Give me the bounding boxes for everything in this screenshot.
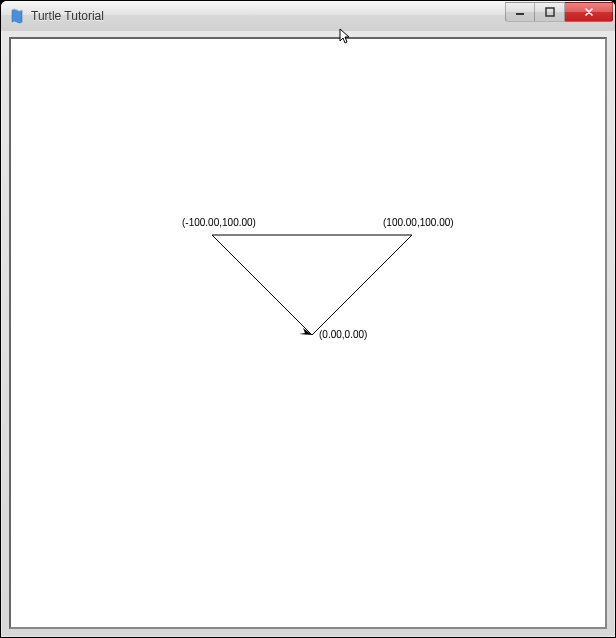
- close-button[interactable]: [565, 2, 613, 22]
- app-icon: [9, 8, 25, 24]
- application-window: Turtle Tutorial (-100.00,100.00) (100.00…: [1, 1, 615, 637]
- minimize-button[interactable]: [505, 2, 535, 22]
- svg-line-4: [212, 235, 312, 335]
- titlebar[interactable]: Turtle Tutorial: [1, 1, 615, 31]
- svg-rect-0: [516, 13, 524, 15]
- coord-label-top-right: (100.00,100.00): [383, 217, 454, 228]
- turtle-drawing: [11, 39, 605, 627]
- coord-label-origin: (0.00,0.00): [319, 329, 367, 340]
- svg-line-3: [312, 235, 412, 335]
- maximize-button[interactable]: [535, 2, 565, 22]
- svg-rect-1: [546, 8, 554, 16]
- coord-label-top-left: (-100.00,100.00): [182, 217, 256, 228]
- canvas-frame: (-100.00,100.00) (100.00,100.00) (0.00,0…: [9, 37, 607, 629]
- window-controls: [505, 2, 613, 22]
- turtle-canvas[interactable]: (-100.00,100.00) (100.00,100.00) (0.00,0…: [11, 39, 605, 627]
